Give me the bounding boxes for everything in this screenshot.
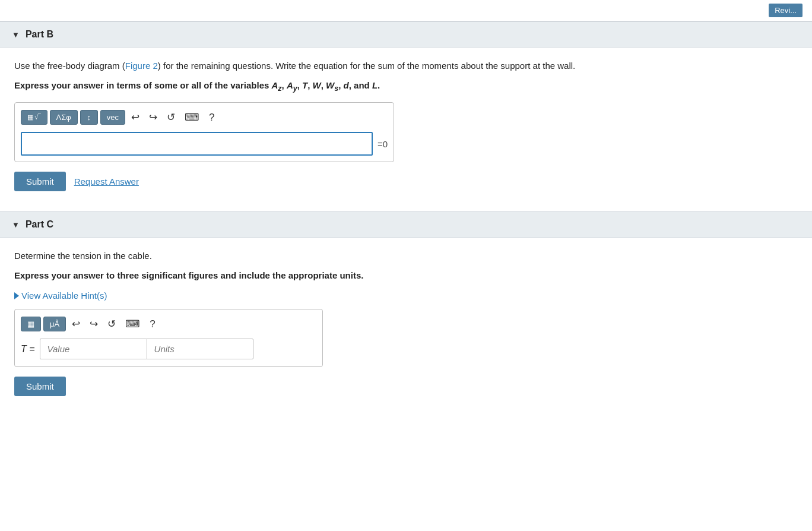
part-b-formula-input[interactable] [21, 132, 373, 156]
top-bar: Revi... [0, 0, 812, 21]
part-c-title: Part C [26, 219, 53, 230]
part-c-help-button[interactable]: ? [146, 316, 158, 333]
help-button[interactable]: ? [205, 109, 218, 126]
hint-triangle-icon [14, 292, 19, 299]
part-b-title: Part B [26, 29, 53, 40]
lambda-button[interactable]: ΛΣφ [50, 110, 78, 125]
part-b-input-row: =0 [21, 132, 388, 156]
units-input[interactable] [147, 339, 253, 359]
keyboard-button[interactable]: ⌨ [181, 109, 203, 126]
part-c-reset-button[interactable]: ↺ [104, 315, 119, 333]
part-c-description: Determine the tension in the cable. [14, 249, 798, 263]
part-c-body: Determine the tension in the cable. Expr… [0, 238, 812, 410]
part-c-redo-button[interactable]: ↪ [86, 315, 102, 333]
part-b-actions: Submit Request Answer [14, 172, 798, 191]
part-b-body: Use the free-body diagram (Figure 2) for… [0, 48, 812, 206]
part-b-header: ▼ Part B [0, 21, 812, 48]
part-b-description: Use the free-body diagram (Figure 2) for… [14, 59, 798, 73]
part-b-toolbar: ▦√‾ ΛΣφ ↕ vec ↩ ↪ ↺ ⌨ ? [21, 109, 388, 126]
hint-link[interactable]: View Available Hint(s) [14, 290, 798, 301]
redo-button[interactable]: ↪ [145, 109, 161, 126]
part-b-math-editor: ▦√‾ ΛΣφ ↕ vec ↩ ↪ ↺ ⌨ ? =0 [14, 102, 394, 162]
part-c-value-units-row: T = [21, 339, 316, 359]
part-c-header: ▼ Part C [0, 211, 812, 238]
part-b-equals-label: =0 [378, 139, 388, 149]
part-c-matrix-button[interactable]: ▦ [21, 317, 41, 331]
figure2-link[interactable]: Figure 2 [125, 61, 158, 71]
vec-button[interactable]: vec [100, 110, 125, 125]
t-equals-label: T = [21, 344, 35, 355]
arrows-button[interactable]: ↕ [80, 110, 98, 125]
part-c-instruction: Express your answer to three significant… [14, 269, 798, 283]
part-b-instruction: Express your answer in terms of some or … [14, 79, 798, 94]
value-input[interactable] [40, 339, 147, 359]
part-c-toolbar: ▦ μÅ ↩ ↪ ↺ ⌨ ? [21, 315, 316, 333]
part-c-units-button[interactable]: μÅ [43, 317, 66, 331]
part-c-undo-button[interactable]: ↩ [68, 315, 84, 333]
part-c-actions: Submit [14, 377, 798, 396]
part-b-collapse-arrow[interactable]: ▼ [12, 30, 20, 39]
part-c-collapse-arrow[interactable]: ▼ [12, 220, 20, 229]
part-b-submit-button[interactable]: Submit [14, 172, 66, 191]
matrix-sqrt-button[interactable]: ▦√‾ [21, 110, 47, 125]
part-b-request-answer-button[interactable]: Request Answer [74, 176, 139, 187]
part-c-math-editor: ▦ μÅ ↩ ↪ ↺ ⌨ ? T = [14, 309, 323, 367]
reset-button[interactable]: ↺ [163, 109, 179, 126]
review-button[interactable]: Revi... [769, 4, 803, 17]
undo-button[interactable]: ↩ [128, 109, 143, 126]
part-c-submit-button[interactable]: Submit [14, 377, 66, 396]
part-c-keyboard-button[interactable]: ⌨ [122, 315, 144, 333]
